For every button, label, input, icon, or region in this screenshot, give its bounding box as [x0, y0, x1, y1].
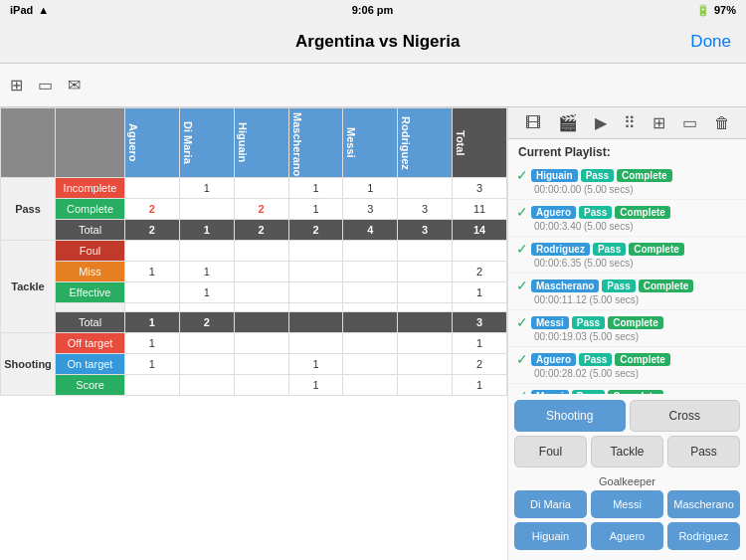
playlist-label: Current Playlist: — [508, 139, 746, 163]
category-pass: Pass — [1, 178, 56, 241]
table-row: Miss 1 1 2 — [1, 262, 507, 282]
player-badge: Higuain — [531, 169, 578, 182]
higuain-button[interactable]: Higuain — [514, 522, 587, 550]
result-badge: Complete — [629, 243, 684, 256]
player-row-1: Di Maria Messi Mascherano — [514, 490, 740, 518]
grid-icon[interactable]: ⊞ — [10, 76, 23, 94]
messi-button[interactable]: Messi — [591, 490, 663, 518]
stats-panel: Aguero Di Maria Higuain Mascherano Messi… — [0, 107, 507, 560]
dimaria-button[interactable]: Di Maria — [514, 490, 587, 518]
action-row-2: Foul Tackle Pass — [514, 436, 740, 467]
col-aguero: Aguero — [125, 108, 180, 178]
col-higuain: Higuain — [234, 108, 288, 178]
action-badge: Pass — [579, 206, 612, 219]
list-item[interactable]: ✓ Messi Pass Complete 00:00:42.84 (5.00 … — [508, 384, 746, 394]
done-button[interactable]: Done — [690, 32, 731, 52]
player-row-2: Higuain Aguero Rodriguez — [514, 522, 740, 550]
toolbar: ⊞ ▭ ✉ — [0, 64, 746, 107]
action-badge: Pass — [593, 243, 626, 256]
col-messi: Messi — [343, 108, 398, 178]
list-item[interactable]: ✓ Messi Pass Complete 00:00:19.03 (5.00 … — [508, 310, 746, 347]
square-icon[interactable]: ▭ — [682, 113, 697, 132]
row-label-total-pass: Total — [56, 220, 125, 241]
table-row: Effective 1 1 — [1, 282, 507, 303]
check-icon: ✓ — [516, 167, 528, 183]
status-bar: iPad ▲ 9:06 pm 🔋 97% — [0, 0, 746, 20]
goalkeeper-label: Goalkeeper — [514, 471, 740, 490]
col-total: Total — [453, 108, 507, 178]
page-title: Argentina vs Nigeria — [295, 32, 460, 52]
status-left: iPad ▲ — [10, 4, 49, 16]
list-item[interactable]: ✓ Mascherano Pass Complete 00:00:11.12 (… — [508, 274, 746, 310]
row-label-score: Score — [56, 375, 125, 396]
row-label-ontarget: On target — [56, 354, 125, 375]
list-item[interactable]: ✓ Higuain Pass Complete 00:00:0.00 (5.00… — [508, 163, 746, 200]
row-label-empty — [56, 303, 125, 312]
aguero-button[interactable]: Aguero — [591, 522, 663, 550]
pass-button[interactable]: Pass — [667, 436, 740, 467]
wifi-icon: ▲ — [38, 4, 49, 16]
result-badge: Complete — [615, 353, 670, 366]
col-dimaria: Di Maria — [179, 108, 234, 178]
play-icon[interactable]: ▶ — [595, 113, 607, 132]
check-icon: ✓ — [516, 278, 528, 293]
battery-icon: 🔋 — [696, 4, 710, 17]
dots-icon[interactable]: ⠿ — [624, 113, 636, 132]
list-item[interactable]: ✓ Rodriguez Pass Complete 00:00:6.35 (5.… — [508, 237, 746, 274]
list-item[interactable]: ✓ Aguero Pass Complete 00:00:28.02 (5.00… — [508, 347, 746, 384]
table-row: Score 1 1 — [1, 375, 507, 396]
playlist-time: 00:00:19.03 (5.00 secs) — [516, 331, 738, 342]
main-layout: Aguero Di Maria Higuain Mascherano Messi… — [0, 107, 746, 560]
result-badge: Complete — [608, 316, 663, 329]
action-badge: Pass — [602, 280, 635, 292]
tackle-button[interactable]: Tackle — [591, 436, 663, 467]
action-badge: Pass — [581, 169, 614, 182]
category-shooting: Shooting — [1, 333, 56, 396]
check-icon: ✓ — [516, 314, 528, 330]
category-tackle: Tackle — [1, 241, 56, 333]
table-row: Total 1 2 3 — [1, 312, 507, 333]
col-mascherano: Mascherano — [288, 108, 343, 178]
result-badge: Complete — [617, 169, 672, 182]
row-label-effective: Effective — [56, 282, 125, 303]
playlist-time: 00:00:11.12 (5.00 secs) — [516, 294, 738, 305]
check-icon: ✓ — [516, 204, 528, 220]
action-badge: Pass — [572, 316, 605, 329]
check-icon: ✓ — [516, 241, 528, 257]
film-icon[interactable]: 🎞 — [525, 114, 541, 132]
bottom-buttons: Shooting Cross Foul Tackle Pass Goalkeep… — [508, 394, 746, 560]
player-badge: Messi — [531, 316, 569, 329]
stats-table: Aguero Di Maria Higuain Mascherano Messi… — [0, 107, 507, 396]
check-icon: ✓ — [516, 351, 528, 367]
mail-icon[interactable]: ✉ — [68, 76, 81, 94]
table-row: Tackle Foul — [1, 241, 507, 262]
mascherano-button[interactable]: Mascherano — [667, 490, 740, 518]
trash-icon[interactable]: 🗑 — [714, 114, 730, 132]
row-label-foul: Foul — [56, 241, 125, 262]
playlist-time: 00:00:6.35 (5.00 secs) — [516, 258, 738, 269]
row-label-incomplete: Incomplete — [56, 178, 125, 199]
cross-button[interactable]: Cross — [630, 400, 741, 432]
shooting-button[interactable]: Shooting — [514, 400, 626, 432]
player-badge: Aguero — [531, 206, 576, 219]
action-badge: Pass — [579, 353, 612, 366]
table-row: On target 1 1 2 — [1, 354, 507, 375]
col-rodriguez: Rodriguez — [398, 108, 453, 178]
list-item[interactable]: ✓ Aguero Pass Complete 00:00:3.40 (5.00 … — [508, 200, 746, 237]
nav-bar: Argentina vs Nigeria Done — [0, 20, 746, 64]
columns-icon[interactable]: ▭ — [38, 76, 53, 94]
table-row: Pass Incomplete 1 1 1 3 — [1, 178, 507, 199]
video-icon[interactable]: 🎬 — [558, 113, 578, 132]
table-row: Shooting Off target 1 1 — [1, 333, 507, 354]
table-row — [1, 303, 507, 312]
player-badge: Aguero — [531, 353, 576, 366]
result-badge: Complete — [639, 280, 694, 292]
action-row-1: Shooting Cross — [514, 400, 740, 432]
foul-button[interactable]: Foul — [514, 436, 587, 467]
row-label-complete: Complete — [56, 199, 125, 220]
battery-percent: 97% — [714, 4, 736, 16]
result-badge: Complete — [615, 206, 670, 219]
table-row: Total 2 1 2 2 4 3 14 — [1, 220, 507, 241]
grid2-icon[interactable]: ⊞ — [653, 113, 665, 132]
rodriguez-button[interactable]: Rodriguez — [667, 522, 740, 550]
